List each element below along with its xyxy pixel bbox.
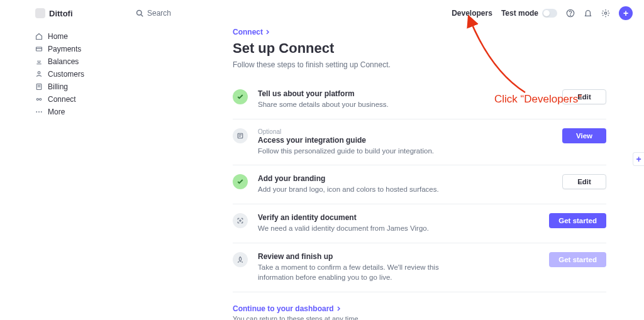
svg-point-7 bbox=[38, 72, 40, 74]
svg-point-4 bbox=[604, 12, 607, 14]
brand[interactable]: Dittofi bbox=[35, 8, 104, 18]
help-icon[interactable] bbox=[566, 9, 575, 18]
svg-point-11 bbox=[36, 99, 38, 101]
sidebar: Home Payments Balances Customers Billing… bbox=[0, 26, 113, 320]
brand-icon bbox=[35, 8, 45, 18]
home-icon bbox=[35, 33, 43, 40]
get-started-button-disabled: Get started bbox=[549, 252, 606, 267]
search-placeholder: Search bbox=[147, 9, 171, 18]
chevron-right-icon bbox=[336, 306, 341, 311]
get-started-button[interactable]: Get started bbox=[549, 213, 606, 228]
step-branding: Add your branding Add your brand logo, i… bbox=[233, 165, 606, 204]
header: Dittofi Search Developers Test mode + bbox=[0, 0, 644, 26]
step-verify-identity: Verify an identity document We need a va… bbox=[233, 204, 606, 243]
notifications-icon[interactable] bbox=[584, 9, 592, 18]
toggle-switch[interactable] bbox=[542, 9, 557, 18]
step-title: Access your integration guide bbox=[258, 136, 552, 145]
step-title: Verify an identity document bbox=[258, 213, 539, 222]
step-title: Review and finish up bbox=[258, 252, 539, 261]
connect-icon bbox=[35, 96, 43, 103]
sidebar-item-payments[interactable]: Payments bbox=[35, 43, 107, 55]
step-desc: Add your brand logo, icon and colors to … bbox=[258, 184, 459, 195]
page-title: Set up Connect bbox=[233, 40, 606, 57]
breadcrumb-label: Connect bbox=[233, 28, 263, 36]
check-icon bbox=[233, 89, 248, 104]
customers-icon bbox=[35, 70, 43, 78]
search-icon bbox=[136, 9, 143, 17]
breadcrumb[interactable]: Connect bbox=[233, 26, 606, 36]
search-input[interactable]: Search bbox=[136, 9, 171, 18]
check-icon bbox=[233, 174, 248, 189]
payments-icon bbox=[35, 45, 43, 53]
sidebar-item-customers[interactable]: Customers bbox=[35, 68, 107, 80]
svg-point-14 bbox=[36, 111, 37, 113]
sidebar-item-more[interactable]: More bbox=[35, 106, 107, 118]
continue-dashboard-link[interactable]: Continue to your dashboard bbox=[233, 304, 341, 313]
more-icon bbox=[35, 108, 43, 116]
footer: Continue to your dashboard You can retur… bbox=[233, 304, 606, 320]
billing-icon bbox=[35, 83, 43, 91]
svg-point-3 bbox=[570, 15, 571, 16]
sidebar-item-connect[interactable]: Connect bbox=[35, 93, 107, 106]
brand-name: Dittofi bbox=[49, 9, 73, 18]
main-content: Connect Set up Connect Follow these step… bbox=[113, 26, 644, 320]
footer-note: You can return to these steps at any tim… bbox=[233, 315, 606, 320]
footer-link-label: Continue to your dashboard bbox=[233, 304, 334, 313]
edit-button[interactable]: Edit bbox=[562, 174, 606, 189]
svg-line-1 bbox=[141, 14, 143, 16]
annotation-text: Click “Developers” bbox=[494, 93, 582, 106]
step-desc: We need a valid identity document from J… bbox=[258, 223, 459, 234]
sidebar-item-label: Home bbox=[48, 32, 68, 41]
step-desc: Take a moment to confirm a few details. … bbox=[258, 262, 459, 283]
sidebar-item-billing[interactable]: Billing bbox=[35, 80, 107, 93]
identity-icon bbox=[233, 213, 248, 228]
test-mode-label: Test mode bbox=[501, 9, 538, 18]
svg-point-20 bbox=[240, 220, 241, 221]
settings-icon[interactable] bbox=[601, 9, 610, 18]
step-title: Add your branding bbox=[258, 174, 552, 183]
test-mode-toggle[interactable]: Test mode bbox=[501, 9, 557, 18]
svg-rect-17 bbox=[238, 133, 243, 138]
svg-point-0 bbox=[137, 11, 142, 16]
sidebar-item-label: Customers bbox=[48, 70, 84, 79]
sidebar-item-label: Balances bbox=[48, 57, 79, 66]
developers-link[interactable]: Developers bbox=[452, 9, 492, 18]
header-right: Developers Test mode + bbox=[452, 6, 633, 20]
step-optional: Optional bbox=[258, 128, 552, 135]
sidebar-item-balances[interactable]: Balances bbox=[35, 55, 107, 68]
step-integration-guide: Optional Access your integration guide F… bbox=[233, 119, 606, 166]
step-review: Review and finish up Take a moment to co… bbox=[233, 243, 606, 292]
page-subtitle: Follow these steps to finish setting up … bbox=[233, 60, 606, 69]
sidebar-item-label: Billing bbox=[48, 82, 68, 91]
create-button[interactable]: + bbox=[619, 6, 633, 20]
view-button[interactable]: View bbox=[562, 128, 606, 143]
sidebar-item-home[interactable]: Home bbox=[35, 30, 107, 43]
rocket-icon bbox=[233, 252, 248, 267]
svg-rect-5 bbox=[36, 47, 42, 51]
guide-icon bbox=[233, 128, 248, 143]
svg-point-15 bbox=[38, 111, 40, 113]
sidebar-item-label: More bbox=[48, 108, 65, 116]
edge-add-button[interactable]: + bbox=[633, 152, 644, 166]
step-desc: Share some details about your business. bbox=[258, 99, 459, 110]
step-desc: Follow this personalized guide to build … bbox=[258, 146, 459, 157]
sidebar-item-label: Connect bbox=[48, 95, 76, 104]
balances-icon bbox=[35, 58, 43, 65]
svg-point-16 bbox=[41, 111, 42, 113]
sidebar-item-label: Payments bbox=[48, 45, 81, 53]
chevron-right-icon bbox=[265, 30, 270, 35]
svg-point-12 bbox=[40, 99, 42, 101]
